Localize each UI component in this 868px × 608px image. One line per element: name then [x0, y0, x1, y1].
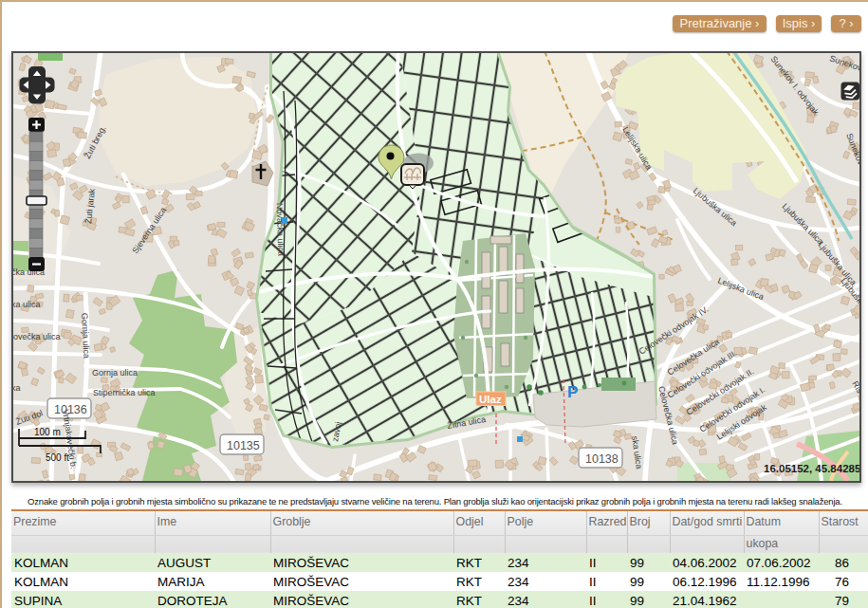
svg-text:100 m: 100 m — [34, 427, 61, 437]
svg-text:P: P — [567, 383, 578, 401]
svg-text:ka: ka — [13, 383, 21, 393]
svg-text:16.05152, 45.84285: 16.05152, 45.84285 — [764, 463, 859, 474]
svg-text:Stipernička ulica: Stipernička ulica — [93, 388, 156, 397]
svg-text:Ulaz: Ulaz — [479, 394, 502, 405]
svg-text:500 ft: 500 ft — [46, 452, 69, 463]
svg-text:10135: 10135 — [227, 439, 260, 452]
svg-text:Gornja ulica: Gornja ulica — [92, 368, 138, 378]
svg-text:lovečka ulica: lovečka ulica — [13, 332, 61, 341]
svg-text:ka ulica: ka ulica — [13, 300, 41, 309]
svg-text:10138: 10138 — [585, 452, 619, 466]
svg-text:Novačka ulica: Novačka ulica — [275, 203, 286, 256]
